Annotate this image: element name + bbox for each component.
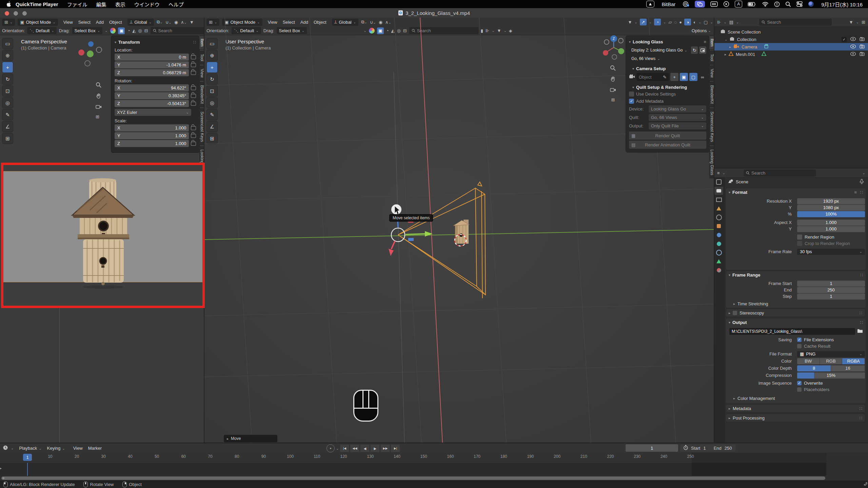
timeline-expand-icon[interactable]: ▸ [0, 466, 2, 470]
rotation-value-field[interactable]: Y0.39245° [115, 92, 189, 99]
color-rgba-option[interactable]: RGBA [842, 358, 865, 364]
sync-alert-icon[interactable] [774, 1, 780, 7]
aspect-y-field[interactable]: 1.000 [797, 226, 865, 232]
current-frame-field[interactable]: 1 [626, 444, 678, 452]
nav-gizmo[interactable]: Z [602, 35, 626, 61]
lock-icon[interactable] [191, 55, 196, 59]
resolution-x-field[interactable]: 1920 px [797, 198, 865, 204]
tab-scene[interactable] [714, 204, 723, 212]
tab-object[interactable] [714, 222, 723, 230]
lock-icon[interactable] [191, 134, 196, 138]
menubar-menu-item[interactable]: 表示 [115, 1, 125, 8]
timeline-menu[interactable]: Marker [88, 446, 102, 451]
viewport-menu[interactable]: Add [96, 20, 104, 25]
display-dropdown[interactable]: Display 2: Looking Glass Go⌄ [629, 46, 690, 54]
falloff-icon[interactable]: ∧⌄ [181, 20, 187, 25]
tab-view-layer[interactable] [714, 196, 723, 204]
hide-eye-icon[interactable] [850, 52, 856, 57]
jump-to-end-button[interactable]: ▶| [391, 445, 400, 452]
quilt-setup-header[interactable]: ▾Quilt Setup & Rendering [629, 84, 706, 90]
stopwatch-icon[interactable] [684, 445, 688, 451]
output-dropdown[interactable]: Only Quilt File⌄ [649, 122, 706, 129]
expand-icon[interactable]: ▸ [729, 45, 731, 49]
tab-modifiers[interactable] [714, 231, 723, 239]
camera-object-field[interactable]: Object ✎ [636, 73, 669, 81]
panel-grip-icon[interactable]: ∷ [193, 40, 196, 45]
panel-grip-icon[interactable]: ∷ [860, 415, 862, 421]
frame-step-field[interactable]: 1 [797, 293, 865, 300]
add-metadata-checkbox[interactable]: ✓ [629, 99, 634, 104]
sidebar-tab[interactable]: Item [709, 36, 714, 49]
cache-result-checkbox[interactable] [797, 344, 802, 348]
pin-icon[interactable] [860, 179, 864, 185]
menubar-menu-item[interactable]: ヘルプ [169, 1, 184, 8]
tool-button[interactable]: + [2, 62, 13, 73]
quilt-dropdown[interactable]: Go, 66 Views⌄ [649, 114, 706, 121]
camera-view-icon[interactable] [610, 87, 616, 93]
resolution-pct-slider[interactable]: 100% [797, 211, 865, 217]
exclude-checkbox[interactable]: ✓ [842, 37, 847, 42]
overlay-toggle-5[interactable]: ⊟ [144, 28, 148, 33]
viewport-3d[interactable]: ⊞⌄ ▣Object Mode⌄ ViewSelectAddObject ⟂Gl… [204, 18, 714, 443]
tool-button[interactable]: ✎ [2, 109, 13, 120]
output-panel-header[interactable]: ▾Output ∷ [726, 319, 866, 326]
scale-value-field[interactable]: Z1.000 [115, 140, 189, 147]
tool-button[interactable]: ↻ [2, 74, 13, 85]
end-value[interactable]: 250 [725, 446, 732, 451]
color-management-section[interactable]: Color Management [737, 396, 775, 401]
pan-hand-icon[interactable] [610, 76, 616, 83]
hide-eye-icon[interactable] [850, 44, 856, 49]
scale-value-field[interactable]: X1.000 [115, 124, 189, 131]
frame-end-field[interactable]: 250 [797, 287, 865, 293]
location-value-field[interactable]: X0 m [115, 54, 189, 61]
rotation-mode-dropdown[interactable]: XYZ Euler⌄ [115, 109, 191, 116]
overlay-toggle-2[interactable]: ◔ [127, 28, 130, 33]
scale-value-field[interactable]: Y1.000 [115, 132, 189, 139]
link-icon[interactable]: ∞ [699, 73, 706, 81]
viewport-sync-button[interactable]: ▢ [689, 73, 697, 81]
start-value[interactable]: 1 [703, 446, 706, 451]
menubar-datetime[interactable]: 9月17日(水) 10:16 [821, 1, 863, 8]
render-visibility-icon[interactable] [860, 44, 865, 49]
expand-icon[interactable]: ▸ [725, 53, 726, 56]
collapse-icon[interactable]: ▾ [115, 40, 116, 44]
outliner-row-collection[interactable]: ⌄ Collection ✓ [714, 36, 868, 43]
orientation-dropdown-global[interactable]: ⟂Global⌄ [127, 19, 154, 26]
properties-editor-icon[interactable]: ≡ [717, 170, 720, 176]
frame-start-field[interactable]: 1 [797, 281, 865, 287]
tool-button[interactable]: ▭ [2, 38, 13, 49]
timeline-editor-icon[interactable] [3, 445, 8, 451]
render-visibility-icon[interactable] [860, 52, 865, 57]
menubar-menu-item[interactable]: ファイル [67, 1, 87, 8]
close-window-button[interactable] [5, 11, 9, 16]
depth-16-option[interactable]: 16 [831, 365, 865, 371]
app-tile-icon[interactable] [646, 1, 654, 7]
outliner-search-input[interactable]: Search [759, 19, 832, 26]
lock-icon[interactable] [191, 71, 196, 75]
orientation-dropdown[interactable]: ⋱Default⌄ [27, 27, 57, 34]
tab-data[interactable] [714, 257, 723, 265]
breadcrumb-scene[interactable]: Scene [736, 179, 748, 184]
tool-button[interactable]: ⊡ [2, 85, 13, 97]
aspect-x-field[interactable]: 1.000 [797, 220, 865, 226]
minimize-window-button[interactable] [14, 11, 18, 16]
new-collection-icon[interactable]: ⊞ [862, 20, 865, 25]
zoom-icon[interactable] [96, 82, 102, 89]
sidebar-tab[interactable]: Screencast Keys [199, 108, 204, 145]
sidebar-tab[interactable]: Item [199, 36, 204, 49]
sidebar-tab[interactable]: BlenderKit [199, 82, 204, 107]
lock-icon[interactable] [191, 126, 196, 130]
mode-dropdown[interactable]: ▣Object Mode⌄ [18, 19, 58, 26]
sidebar-tab[interactable]: View [709, 66, 714, 81]
color-rgb-option[interactable]: RGB [820, 358, 843, 364]
tool-button[interactable]: ◎ [2, 97, 13, 108]
format-panel-header[interactable]: ▾Format ≡ ∷ [726, 188, 866, 196]
outliner-row-camera[interactable]: ▸ Camera [714, 43, 868, 50]
lock-icon[interactable] [191, 63, 196, 67]
lightfield-window-button[interactable] [699, 46, 706, 54]
color-bw-option[interactable]: BW [797, 358, 820, 364]
looking-glass-header[interactable]: ▾Looking Glass ≡ [629, 38, 706, 45]
depth-8-option[interactable]: 8 [797, 365, 831, 371]
panel-grip-icon[interactable]: ≡ [704, 39, 706, 44]
play-reverse-button[interactable]: ◀ [360, 445, 369, 452]
